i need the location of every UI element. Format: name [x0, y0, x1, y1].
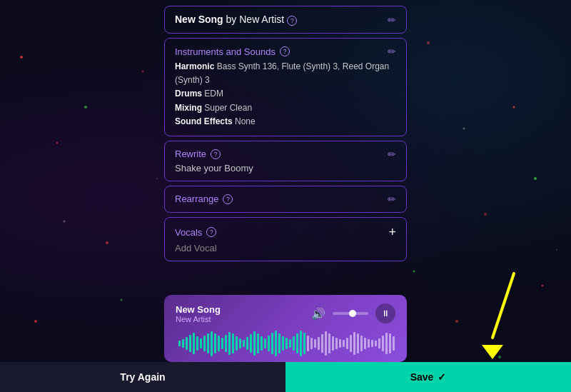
song-help-icon[interactable]: ? [287, 16, 297, 26]
song-edit-icon[interactable]: ✏ [388, 14, 396, 26]
player-artist-name: New Artist [176, 315, 221, 323]
bottom-buttons: Try Again Save ✓ [0, 362, 571, 392]
rewrite-title: Rewrite [175, 149, 206, 159]
waveform-bar [303, 333, 305, 354]
waveform-bar [357, 333, 359, 353]
waveform-bar [368, 339, 370, 348]
waveform-bar [268, 336, 270, 351]
save-button[interactable]: Save ✓ [286, 362, 571, 392]
waveform-bar [282, 336, 284, 351]
waveform-bar [296, 333, 298, 353]
pause-button[interactable]: ⏸ [375, 303, 395, 323]
mixing-value: Super Clean [204, 103, 252, 113]
volume-slider[interactable] [333, 312, 368, 315]
waveform-bar [218, 336, 220, 351]
waveform-bar [300, 331, 302, 356]
svg-point-2 [106, 241, 108, 244]
instruments-title: Instruments and Sounds [175, 46, 276, 57]
waveform-bar [243, 340, 245, 347]
svg-point-17 [463, 128, 465, 130]
waveform-bar [178, 341, 181, 346]
waveform-bar [385, 333, 388, 354]
waveform-bar [239, 338, 241, 348]
waveform-bar [278, 333, 281, 353]
volume-knob [349, 310, 356, 317]
instruments-edit-icon[interactable]: ✏ [388, 46, 396, 57]
waveform-bar [382, 336, 384, 351]
harmonic-label: Harmonic [175, 61, 214, 71]
song-by: by [226, 14, 237, 25]
waveform-bar [375, 341, 377, 346]
svg-point-0 [20, 56, 23, 59]
waveform-bar [207, 333, 209, 353]
waveform-bar [310, 338, 313, 349]
waveform-bar [221, 338, 223, 349]
waveform-bar [360, 336, 363, 351]
waveform-bar [214, 333, 216, 353]
instruments-content: Harmonic Bass Synth 136, Flute (Synth) 3… [175, 60, 396, 129]
svg-point-10 [84, 106, 87, 109]
waveform-bar [193, 333, 195, 354]
waveform-bar [275, 331, 277, 356]
vocals-help-icon[interactable]: ? [206, 227, 216, 237]
drums-value: EDM [204, 89, 223, 99]
try-again-button[interactable]: Try Again [0, 362, 286, 392]
waveform-bar [203, 336, 206, 351]
waveform-bar [350, 335, 352, 352]
svg-point-11 [121, 299, 123, 301]
drums-row: Drums EDM [175, 87, 396, 101]
waveform-bar [236, 336, 238, 351]
waveform-bar [257, 333, 259, 353]
rewrite-edit-icon[interactable]: ✏ [388, 149, 396, 160]
waveform-bar [264, 338, 266, 348]
song-name: New Song [175, 14, 223, 25]
volume-icon[interactable]: 🔊 [311, 307, 325, 321]
waveform-bar [189, 335, 191, 352]
main-content: New Song by New Artist ? ✏ Instruments a… [164, 0, 407, 261]
waveform-bar [225, 335, 227, 352]
waveform-bar [328, 333, 330, 353]
rewrite-help-icon[interactable]: ? [211, 149, 221, 159]
waveform-bar [289, 339, 291, 348]
waveform-bar [200, 338, 202, 348]
waveform-bar [378, 338, 380, 348]
svg-line-19 [492, 273, 514, 338]
waveform-bar [318, 337, 320, 350]
waveform-bar [246, 337, 248, 350]
player-track-name: New Song [176, 304, 221, 315]
song-title-display: New Song by New Artist ? [175, 14, 297, 26]
svg-point-15 [64, 221, 66, 223]
instruments-help-icon[interactable]: ? [280, 46, 290, 56]
waveform [176, 331, 395, 356]
svg-point-16 [156, 178, 158, 179]
save-check-icon: ✓ [438, 371, 446, 383]
vocals-add-icon[interactable]: + [388, 225, 396, 240]
instruments-card: Instruments and Sounds ? ✏ Harmonic Bass… [164, 38, 407, 136]
waveform-bar [261, 336, 263, 351]
sound-effects-label: Sound Effects [175, 116, 233, 126]
player-controls: 🔊 ⏸ [311, 303, 395, 323]
rearrange-edit-icon[interactable]: ✏ [388, 194, 396, 205]
svg-point-5 [427, 41, 430, 44]
svg-point-4 [34, 320, 37, 323]
waveform-bar [325, 331, 327, 356]
svg-point-8 [542, 285, 544, 287]
svg-point-14 [498, 356, 501, 358]
waveform-bar [232, 333, 234, 353]
waveform-bar [346, 338, 348, 349]
vocals-add-text: Add Vocal [175, 243, 396, 253]
waveform-bar [271, 333, 273, 354]
svg-point-13 [413, 271, 415, 273]
save-label: Save [410, 371, 434, 383]
song-title-card: New Song by New Artist ? ✏ [164, 6, 407, 34]
rewrite-card: Rewrite ? ✏ Shake your Boomy [164, 141, 407, 181]
sound-effects-row: Sound Effects None [175, 115, 396, 129]
waveform-bar [364, 338, 366, 349]
svg-point-7 [484, 213, 487, 216]
artist-name: New Artist [239, 14, 284, 25]
player-top: New Song New Artist 🔊 ⏸ [176, 303, 395, 323]
waveform-bar [389, 333, 391, 353]
rearrange-help-icon[interactable]: ? [223, 194, 233, 204]
waveform-bar [196, 336, 198, 351]
waveform-bar [307, 336, 309, 351]
